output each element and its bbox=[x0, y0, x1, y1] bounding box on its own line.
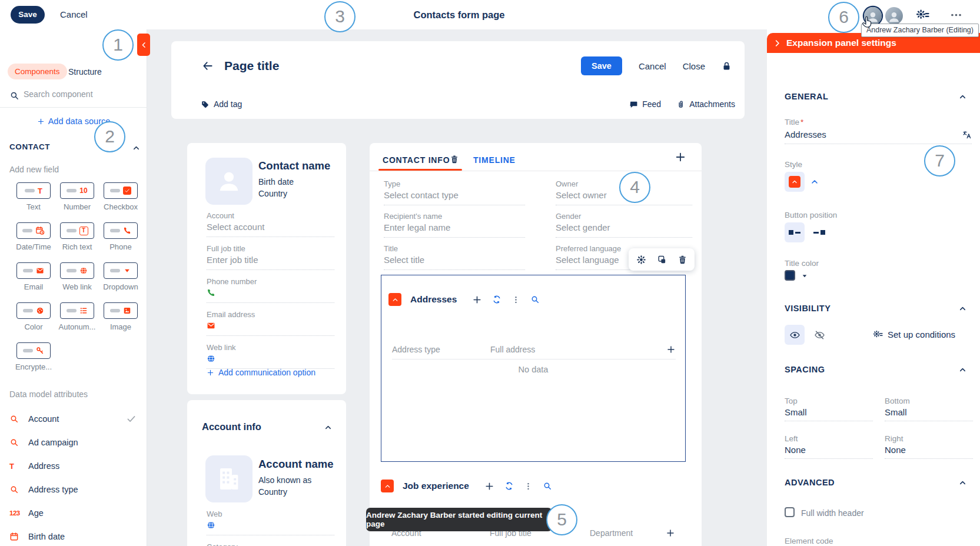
gender-field[interactable]: Gender Select gender bbox=[556, 212, 692, 238]
tab-timeline[interactable]: TIMELINE bbox=[473, 155, 516, 165]
panel-menu-button[interactable] bbox=[511, 295, 520, 304]
color-dropdown-caret[interactable] bbox=[800, 270, 809, 281]
feed-button[interactable]: Feed bbox=[629, 99, 661, 109]
search-input[interactable] bbox=[24, 89, 135, 99]
field-tile-text[interactable]: T bbox=[16, 182, 51, 199]
designer-cancel-button[interactable]: Cancel bbox=[60, 9, 88, 19]
record-save-button[interactable]: Save bbox=[581, 56, 622, 75]
element-settings-button[interactable] bbox=[636, 255, 646, 265]
title-field[interactable]: Title Select title bbox=[384, 244, 525, 270]
add-column-button[interactable] bbox=[666, 528, 675, 538]
attribute-address[interactable]: T Address bbox=[9, 454, 140, 478]
add-record-button[interactable] bbox=[472, 295, 482, 305]
field-tile-weblink[interactable] bbox=[60, 262, 94, 279]
section-visibility[interactable]: VISIBILITY bbox=[785, 304, 970, 313]
delete-tab-button[interactable] bbox=[450, 154, 459, 164]
account-field[interactable]: Account Select account bbox=[207, 211, 334, 237]
contact-detail-card[interactable]: CONTACT INFO TIMELINE Type Select contac… bbox=[370, 143, 702, 546]
add-tab-button[interactable] bbox=[675, 151, 686, 163]
phone-number-field[interactable]: Phone number bbox=[207, 277, 334, 303]
attribute-ad-campaign[interactable]: Ad campaign bbox=[9, 431, 140, 454]
account-logo-placeholder[interactable] bbox=[205, 455, 253, 502]
set-up-conditions-button[interactable]: Set up conditions bbox=[873, 329, 955, 339]
field-tile-email[interactable] bbox=[16, 262, 51, 279]
spacing-left-value[interactable]: None bbox=[785, 445, 873, 459]
attribute-address-type[interactable]: Address type bbox=[9, 478, 140, 501]
field-tile-checkbox[interactable] bbox=[104, 182, 138, 199]
tab-contact-info[interactable]: CONTACT INFO bbox=[383, 155, 450, 165]
delete-element-button[interactable] bbox=[677, 255, 687, 265]
web-field[interactable]: Web bbox=[207, 510, 334, 535]
section-spacing[interactable]: SPACING bbox=[785, 365, 970, 374]
designer-settings-button[interactable] bbox=[916, 8, 929, 22]
job-experience-panel-header[interactable]: Job experience bbox=[381, 480, 552, 492]
field-tile-richtext[interactable]: T bbox=[60, 222, 94, 239]
collapse-panel-button[interactable] bbox=[381, 480, 394, 492]
field-tile-phone[interactable] bbox=[104, 222, 138, 239]
refresh-button[interactable] bbox=[492, 295, 501, 304]
email-address-field[interactable]: Email address bbox=[207, 310, 334, 336]
search-records-button[interactable] bbox=[543, 481, 552, 491]
field-tile-color[interactable] bbox=[16, 302, 51, 319]
designer-save-button[interactable]: Save bbox=[11, 6, 45, 24]
button-position-left-option[interactable] bbox=[785, 222, 805, 242]
sidebar-section-contact[interactable]: CONTACT bbox=[9, 142, 50, 151]
field-tile-datetime[interactable] bbox=[16, 222, 51, 239]
lock-button[interactable] bbox=[722, 61, 732, 71]
panel-collapse-button[interactable] bbox=[773, 39, 782, 48]
add-data-source-button[interactable]: Add data source bbox=[0, 116, 147, 126]
add-communication-option-button[interactable]: Add communication option bbox=[207, 368, 315, 377]
chevron-up-icon[interactable] bbox=[132, 142, 141, 153]
account-info-card[interactable]: Account info Account name Also known as … bbox=[187, 400, 346, 546]
recipients-name-field[interactable]: Recipient's name Enter legal name bbox=[384, 212, 525, 238]
field-tile-encrypted[interactable] bbox=[16, 342, 51, 359]
title-color-swatch[interactable] bbox=[785, 270, 795, 281]
tab-structure[interactable]: Structure bbox=[68, 67, 102, 76]
contact-photo-placeholder[interactable] bbox=[205, 158, 253, 205]
hidden-toggle[interactable] bbox=[809, 325, 829, 345]
tab-components[interactable]: Components bbox=[8, 64, 67, 79]
translate-icon[interactable] bbox=[962, 130, 972, 139]
add-tag-button[interactable]: Add tag bbox=[201, 99, 242, 109]
record-close-button[interactable]: Close bbox=[683, 61, 705, 71]
second-user-avatar[interactable] bbox=[885, 7, 903, 25]
spacing-top-value[interactable]: Small bbox=[785, 407, 873, 421]
field-tile-image[interactable] bbox=[104, 302, 138, 319]
spacing-right-value[interactable]: None bbox=[885, 445, 973, 459]
full-width-header-checkbox[interactable] bbox=[785, 507, 795, 517]
section-general[interactable]: GENERAL bbox=[785, 92, 970, 101]
add-column-button[interactable] bbox=[666, 345, 676, 354]
web-link-field[interactable]: Web link bbox=[207, 343, 334, 369]
collapse-panel-button[interactable] bbox=[388, 293, 401, 306]
button-position-right-option[interactable] bbox=[809, 222, 829, 242]
attribute-account[interactable]: Account bbox=[9, 407, 140, 431]
page-header-card[interactable]: Page title Save Cancel Close Add tag Fee… bbox=[171, 41, 745, 119]
more-menu-button[interactable] bbox=[950, 9, 962, 21]
record-cancel-button[interactable]: Cancel bbox=[639, 61, 666, 71]
field-tile-autonumber[interactable] bbox=[60, 302, 94, 319]
type-field[interactable]: Type Select contact type bbox=[384, 179, 525, 205]
sidebar-collapse-button[interactable] bbox=[137, 34, 150, 56]
search-records-button[interactable] bbox=[530, 295, 540, 304]
attribute-birth-date[interactable]: Birth date bbox=[9, 525, 140, 546]
back-arrow-button[interactable] bbox=[202, 60, 214, 72]
collapse-section-button[interactable] bbox=[324, 422, 333, 432]
panel-menu-button[interactable] bbox=[524, 482, 533, 491]
addresses-expansion-panel[interactable]: Addresses Address type Full address No d… bbox=[381, 275, 686, 462]
field-tile-dropdown[interactable] bbox=[104, 262, 138, 279]
style-option-selected[interactable] bbox=[785, 172, 805, 192]
add-record-button[interactable] bbox=[484, 481, 494, 491]
category-field[interactable]: Category bbox=[207, 542, 334, 546]
attachments-button[interactable]: Attachments bbox=[676, 99, 735, 109]
visible-toggle[interactable] bbox=[785, 325, 805, 345]
duplicate-element-button[interactable] bbox=[657, 255, 667, 265]
panel-title-input[interactable] bbox=[785, 129, 962, 139]
spacing-bottom-value[interactable]: Small bbox=[885, 407, 973, 421]
contact-profile-card[interactable]: Contact name Birth date Country Account … bbox=[187, 143, 346, 394]
refresh-button[interactable] bbox=[504, 481, 514, 491]
full-job-title-field[interactable]: Full job title Enter job title bbox=[207, 244, 334, 270]
section-advanced[interactable]: ADVANCED bbox=[785, 478, 970, 487]
style-collapse-chevron[interactable] bbox=[810, 177, 819, 187]
field-tile-number[interactable]: 10 bbox=[60, 182, 94, 199]
attribute-age[interactable]: 123 Age bbox=[9, 501, 140, 525]
